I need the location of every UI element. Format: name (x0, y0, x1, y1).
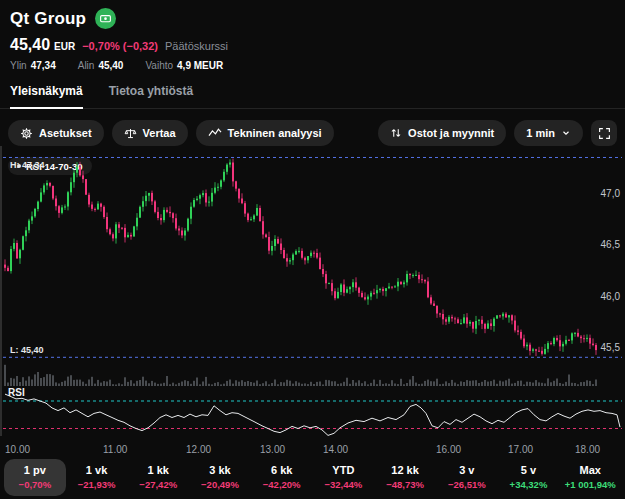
gear-icon (20, 127, 33, 140)
range-label: 3 v (436, 464, 498, 476)
stock-detail-page: { "header": { "title": "Qt Group", "pric… (0, 0, 625, 499)
time-tick: 14.00 (323, 444, 348, 455)
range-label: YTD (313, 464, 375, 476)
price-change: −0,70% (−0,32) (82, 40, 158, 52)
price-tick: 46,0 (601, 291, 620, 302)
price-chart-svg[interactable] (0, 140, 625, 443)
tab-bar: Yleisnäkymä Tietoa yhtiöstä (0, 84, 625, 109)
range-label: 3 kk (189, 464, 251, 476)
time-tick: 10.00 (5, 444, 30, 455)
time-tick: 17.00 (508, 444, 533, 455)
range-label: 1 kk (127, 464, 189, 476)
time-tick: 13.00 (260, 444, 285, 455)
orders-label: Ostot ja myynnit (408, 127, 494, 139)
range-label: 5 v (498, 464, 560, 476)
range-button-5-v[interactable]: 5 v+34,32% (498, 459, 560, 496)
range-button-1-vk[interactable]: 1 vk−21,93% (66, 459, 128, 496)
time-tick: 12.00 (186, 444, 211, 455)
last-price: 45,40 (10, 36, 50, 54)
compare-label: Vertaa (143, 127, 176, 139)
chevron-down-icon (561, 128, 571, 138)
sort-arrows-icon (390, 127, 402, 139)
range-label: 6 kk (251, 464, 313, 476)
range-label: 1 vk (66, 464, 128, 476)
technical-analysis-label: Tekninen analyysi (228, 127, 322, 139)
currency-label: EUR (54, 41, 75, 52)
range-change: −48,73% (374, 479, 436, 490)
range-label: 1 pv (4, 464, 66, 476)
scale-icon (124, 127, 137, 140)
range-change: −26,51% (436, 479, 498, 490)
day-stats: Ylin47,34 Alin45,40 Vaihto4,9 MEUR (10, 60, 615, 71)
time-tick: 11.00 (103, 444, 127, 455)
range-button-max[interactable]: Max+1 001,94% (559, 459, 621, 496)
range-selector: 1 pv−0,70%1 vk−21,93%1 kk−27,42%3 kk−20,… (4, 459, 621, 496)
range-button-3-v[interactable]: 3 v−26,51% (436, 459, 498, 496)
interval-value: 1 min (526, 127, 555, 139)
tab-overview[interactable]: Yleisnäkymä (10, 84, 83, 109)
range-label: 12 kk (374, 464, 436, 476)
tab-company-info[interactable]: Tietoa yhtiöstä (109, 84, 193, 108)
range-change: +34,32% (498, 479, 560, 490)
header: Qt Group 45,40 EUR −0,70% (−0,32) Päätös… (0, 0, 625, 71)
range-change: −21,93% (66, 479, 128, 490)
fullscreen-icon (598, 127, 611, 140)
range-button-1-pv[interactable]: 1 pv−0,70% (4, 459, 66, 496)
settings-label: Asetukset (39, 127, 92, 139)
price-tick: 47,0 (601, 188, 620, 199)
chart-line-icon (208, 127, 222, 139)
stat-turnover: Vaihto4,9 MEUR (145, 60, 223, 71)
range-button-3-kk[interactable]: 3 kk−20,49% (189, 459, 251, 496)
page-title: Qt Group (10, 9, 86, 29)
time-axis: 10.0011.0012.0013.0014.0016.0017.0018.00 (0, 444, 625, 457)
range-button-ytd[interactable]: YTD−32,44% (313, 459, 375, 496)
range-label: Max (559, 464, 621, 476)
low-line-label: L: 45,40 (10, 345, 44, 355)
range-change: −20,49% (189, 479, 251, 490)
range-change: +1 001,94% (559, 479, 621, 490)
range-button-6-kk[interactable]: 6 kk−42,20% (251, 459, 313, 496)
range-button-1-kk[interactable]: 1 kk−27,42% (127, 459, 189, 496)
range-button-12-kk[interactable]: 12 kk−48,73% (374, 459, 436, 496)
rsi-pane-label: RSI (8, 387, 25, 398)
stat-high: Ylin47,34 (10, 60, 56, 71)
high-line-label: H: 47,34 (10, 160, 45, 170)
instrument-badge-icon (95, 8, 116, 29)
range-change: −32,44% (313, 479, 375, 490)
chart-left-edge (0, 146, 2, 436)
time-tick: 18.00 (575, 444, 600, 455)
price-tick: 45,5 (601, 342, 620, 353)
close-price-label: Päätöskurssi (165, 40, 228, 52)
range-change: −42,20% (251, 479, 313, 490)
stat-low: Alin45,40 (78, 60, 124, 71)
range-change: −0,70% (4, 479, 66, 490)
price-tick: 46,5 (601, 239, 620, 250)
time-tick: 16.00 (436, 444, 461, 455)
chart-area: H: 47,34 L: 45,40 47,046,546,045,5 RSI (0, 140, 625, 443)
range-change: −27,42% (127, 479, 189, 490)
